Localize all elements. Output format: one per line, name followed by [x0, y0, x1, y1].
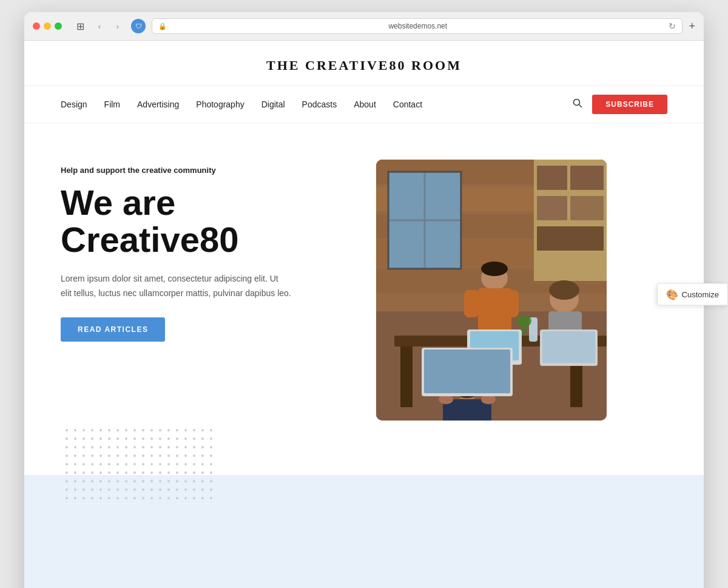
new-tab-button[interactable]: + — [689, 21, 695, 32]
svg-point-140 — [91, 471, 93, 474]
svg-line-1 — [579, 105, 582, 107]
nav-link-podcasts[interactable]: Podcasts — [302, 100, 337, 109]
hero-title: We are Creative80 — [61, 184, 352, 259]
svg-point-126 — [125, 463, 127, 465]
svg-point-155 — [66, 480, 68, 482]
svg-point-91 — [133, 446, 136, 448]
svg-point-77 — [167, 438, 170, 440]
svg-point-159 — [99, 480, 102, 482]
svg-point-62 — [193, 429, 195, 431]
svg-point-188 — [193, 488, 195, 491]
svg-point-138 — [74, 471, 76, 474]
svg-point-93 — [150, 446, 153, 448]
svg-point-205 — [184, 497, 187, 499]
sidebar-toggle-button[interactable]: ⊞ — [72, 20, 89, 32]
svg-point-153 — [201, 471, 204, 474]
nav-link-about[interactable]: About — [354, 100, 376, 109]
svg-point-167 — [167, 480, 170, 482]
search-button[interactable] — [573, 98, 582, 110]
svg-point-139 — [83, 471, 85, 474]
svg-point-176 — [91, 488, 93, 491]
nav-item-digital[interactable]: Digital — [261, 99, 285, 110]
nav-link-advertising[interactable]: Advertising — [137, 100, 179, 109]
site-navigation: Design Film Advertising Photography Digi… — [24, 86, 704, 123]
nav-item-about[interactable]: About — [354, 99, 376, 110]
svg-point-200 — [142, 497, 144, 499]
svg-point-107 — [116, 455, 119, 457]
nav-item-advertising[interactable]: Advertising — [137, 99, 179, 110]
svg-point-185 — [167, 488, 170, 491]
svg-point-64 — [210, 429, 212, 431]
customize-button[interactable]: 🎨 Customize — [657, 283, 728, 305]
svg-point-172 — [210, 480, 212, 482]
svg-point-149 — [167, 471, 170, 474]
svg-point-112 — [159, 455, 161, 457]
svg-point-157 — [83, 480, 85, 482]
hero-section: Help and support the creative community … — [24, 123, 704, 475]
svg-point-68 — [91, 438, 93, 440]
svg-point-168 — [176, 480, 178, 482]
svg-point-61 — [184, 429, 187, 431]
svg-point-158 — [91, 480, 93, 482]
svg-point-123 — [99, 463, 102, 465]
svg-point-119 — [66, 463, 68, 465]
svg-point-195 — [99, 497, 102, 499]
hero-wrapper: Help and support the creative community … — [24, 123, 704, 475]
svg-rect-46 — [376, 160, 607, 421]
svg-point-118 — [210, 455, 212, 457]
nav-item-design[interactable]: Design — [61, 99, 87, 110]
svg-point-189 — [201, 488, 204, 491]
svg-point-56 — [142, 429, 144, 431]
nav-item-film[interactable]: Film — [104, 99, 120, 110]
svg-point-187 — [184, 488, 187, 491]
nav-right: SUBSCRIBE — [573, 95, 667, 114]
svg-point-135 — [201, 463, 204, 465]
svg-point-72 — [125, 438, 127, 440]
subscribe-header-button[interactable]: SUBSCRIBE — [592, 95, 667, 114]
svg-point-174 — [74, 488, 76, 491]
svg-point-67 — [83, 438, 85, 440]
svg-point-202 — [159, 497, 161, 499]
svg-point-207 — [201, 497, 204, 499]
back-button[interactable]: ‹ — [92, 19, 107, 33]
forward-button[interactable]: › — [110, 19, 125, 33]
nav-item-contact[interactable]: Contact — [393, 99, 422, 110]
svg-point-137 — [66, 471, 68, 474]
svg-point-54 — [125, 429, 127, 431]
refresh-button[interactable]: ↻ — [669, 21, 676, 31]
svg-point-129 — [150, 463, 153, 465]
nav-link-digital[interactable]: Digital — [261, 100, 285, 109]
svg-point-150 — [176, 471, 178, 474]
svg-point-60 — [176, 429, 178, 431]
svg-point-58 — [159, 429, 161, 431]
nav-item-podcasts[interactable]: Podcasts — [302, 99, 337, 110]
svg-point-110 — [142, 455, 144, 457]
svg-point-92 — [142, 446, 144, 448]
svg-point-65 — [66, 438, 68, 440]
nav-link-design[interactable]: Design — [61, 100, 87, 109]
minimize-button[interactable] — [44, 22, 51, 30]
address-bar[interactable]: 🔒 websitedemos.net ↻ — [152, 18, 682, 34]
close-button[interactable] — [33, 22, 40, 30]
svg-point-75 — [150, 438, 153, 440]
nav-link-contact[interactable]: Contact — [393, 100, 422, 109]
svg-point-164 — [142, 480, 144, 482]
svg-point-162 — [125, 480, 127, 482]
svg-point-83 — [66, 446, 68, 448]
svg-point-113 — [167, 455, 170, 457]
svg-point-69 — [99, 438, 102, 440]
nav-link-photography[interactable]: Photography — [196, 100, 244, 109]
svg-point-147 — [150, 471, 153, 474]
read-articles-button[interactable]: READ ARTICLES — [61, 317, 165, 342]
svg-point-102 — [74, 455, 76, 457]
nav-item-photography[interactable]: Photography — [196, 99, 244, 110]
svg-point-82 — [210, 438, 212, 440]
svg-point-183 — [150, 488, 153, 491]
site-title: THE CREATIVE80 ROOM — [61, 58, 667, 73]
nav-link-film[interactable]: Film — [104, 100, 120, 109]
svg-point-78 — [176, 438, 178, 440]
svg-point-70 — [108, 438, 110, 440]
svg-point-122 — [91, 463, 93, 465]
maximize-button[interactable] — [55, 22, 62, 30]
svg-point-136 — [210, 463, 212, 465]
